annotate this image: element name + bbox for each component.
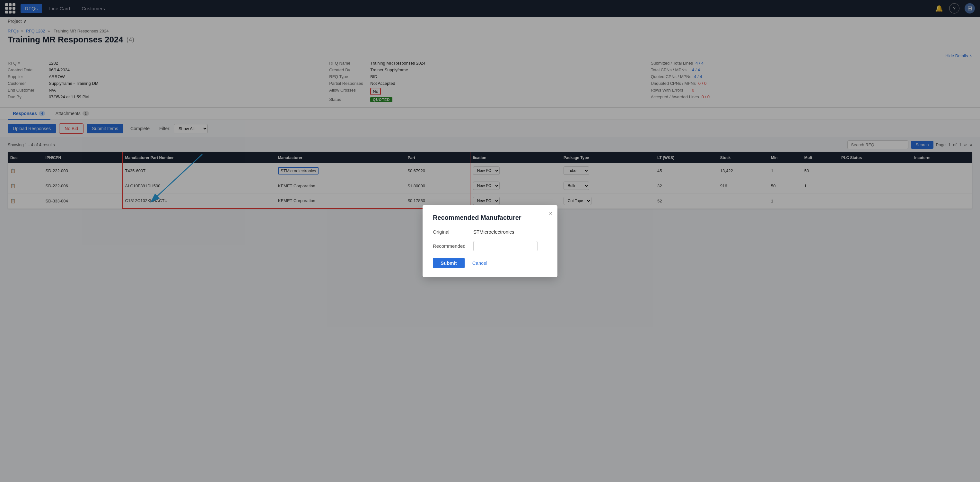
modal-close-button[interactable]: × [549, 210, 552, 212]
recommended-manufacturer-modal: × Recommended Manufacturer Original STMi… [423, 205, 557, 212]
modal-overlay: × Recommended Manufacturer Original STMi… [0, 0, 980, 212]
